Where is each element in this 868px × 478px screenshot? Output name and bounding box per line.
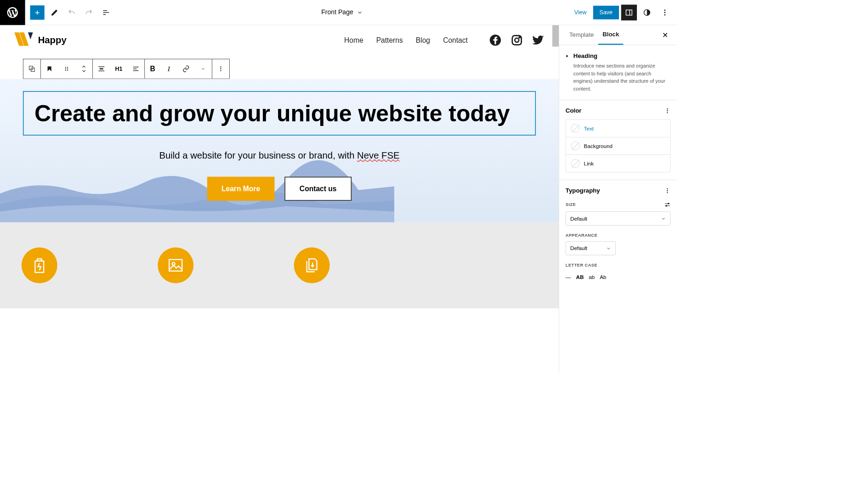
- svg-point-12: [519, 37, 520, 38]
- panel-options-icon[interactable]: [664, 108, 670, 114]
- svg-point-27: [220, 66, 221, 67]
- appearance-select[interactable]: Default: [566, 241, 616, 255]
- svg-rect-31: [37, 259, 41, 261]
- svg-rect-0: [103, 10, 107, 11]
- block-toolbar: H1 B I: [23, 59, 230, 79]
- svg-point-19: [65, 70, 66, 71]
- lettercase-upper[interactable]: AB: [576, 274, 584, 280]
- block-type-icon[interactable]: [41, 59, 58, 79]
- swatch-icon: [571, 159, 580, 168]
- wordpress-logo[interactable]: [0, 0, 25, 25]
- lettercase-lower[interactable]: ab: [589, 274, 595, 280]
- lettercase-cap[interactable]: Ab: [600, 274, 606, 280]
- svg-rect-25: [133, 68, 137, 69]
- link-button-icon[interactable]: [177, 59, 194, 79]
- svg-point-16: [67, 67, 68, 68]
- align-icon[interactable]: [93, 59, 110, 79]
- svg-rect-23: [98, 71, 104, 71]
- lettercase-label: LETTER CASE: [566, 262, 597, 267]
- contact-us-button[interactable]: Contact us: [284, 177, 352, 201]
- svg-point-29: [220, 70, 221, 71]
- swatch-icon: [571, 124, 580, 133]
- text-align-icon[interactable]: [127, 59, 144, 79]
- redo-icon[interactable]: [82, 5, 96, 19]
- settings-sliders-icon[interactable]: [664, 201, 670, 208]
- svg-point-11: [515, 38, 519, 42]
- instagram-icon[interactable]: [511, 34, 523, 46]
- svg-point-35: [667, 110, 668, 111]
- swatch-icon: [571, 142, 580, 150]
- svg-point-6: [664, 9, 665, 11]
- canvas: Happy Home Patterns Blog Contact: [0, 25, 559, 373]
- select-parent-icon[interactable]: [23, 59, 40, 79]
- svg-point-34: [667, 108, 668, 109]
- site-logo[interactable]: Happy: [14, 32, 66, 48]
- block-options-icon[interactable]: [212, 59, 229, 79]
- scrollbar[interactable]: [552, 25, 559, 47]
- svg-point-28: [220, 68, 221, 69]
- styles-button[interactable]: [639, 5, 655, 20]
- svg-point-18: [67, 68, 68, 69]
- toolbar-left: +: [25, 5, 119, 19]
- document-overview-icon[interactable]: [99, 5, 113, 19]
- svg-rect-22: [100, 68, 103, 69]
- color-link[interactable]: Link: [566, 155, 670, 172]
- sidebar: Template Block ✕ Heading Introduce new s…: [559, 25, 677, 373]
- twitter-icon[interactable]: [532, 34, 545, 46]
- color-background[interactable]: Background: [566, 137, 670, 155]
- size-select[interactable]: Default: [566, 211, 671, 225]
- lettercase-none[interactable]: —: [566, 274, 571, 280]
- page-title-dropdown[interactable]: Front Page: [118, 9, 566, 16]
- panel-options-icon[interactable]: [664, 188, 670, 194]
- facebook-icon[interactable]: [489, 34, 502, 46]
- block-title: Heading: [573, 52, 671, 60]
- learn-more-button[interactable]: Learn More: [207, 177, 274, 201]
- site-logo-mark-icon: [14, 32, 33, 48]
- topbar: + Front Page View Save: [0, 0, 677, 25]
- features-section: [0, 222, 559, 308]
- hero-sub-prefix: Build a website for your business or bra…: [159, 150, 357, 160]
- nav-patterns[interactable]: Patterns: [376, 36, 403, 44]
- view-link[interactable]: View: [570, 6, 591, 19]
- tab-block[interactable]: Block: [598, 25, 624, 45]
- undo-icon[interactable]: [64, 5, 79, 19]
- size-label: SIZE: [566, 202, 576, 207]
- toolbar-right: View Save: [566, 5, 677, 20]
- italic-button[interactable]: I: [160, 59, 177, 79]
- svg-point-42: [668, 203, 669, 204]
- options-icon[interactable]: [657, 5, 673, 20]
- save-button[interactable]: Save: [593, 6, 619, 19]
- tab-template[interactable]: Template: [565, 26, 598, 45]
- heading-level-button[interactable]: H1: [110, 59, 127, 79]
- typography-panel-title: Typography: [566, 187, 600, 194]
- sidebar-toggle-button[interactable]: [621, 5, 637, 20]
- drag-handle-icon[interactable]: [58, 59, 75, 79]
- svg-point-38: [667, 190, 668, 191]
- hero-subtext[interactable]: Build a website for your business or bra…: [14, 150, 545, 161]
- chevron-down-icon: [606, 246, 611, 251]
- chevron-down-icon: [661, 216, 666, 221]
- svg-point-20: [67, 70, 68, 71]
- svg-point-39: [667, 192, 668, 193]
- primary-nav: Home Patterns Blog Contact: [344, 36, 468, 44]
- hero-heading[interactable]: Create and grow your unique website toda…: [23, 91, 536, 136]
- add-block-button[interactable]: +: [30, 5, 45, 19]
- appearance-label: APPEARANCE: [566, 233, 597, 238]
- nav-contact[interactable]: Contact: [443, 36, 468, 44]
- color-text[interactable]: Text: [566, 120, 670, 137]
- social-links: [489, 34, 545, 46]
- color-list: Text Background Link: [566, 120, 671, 172]
- tools-icon[interactable]: [47, 5, 62, 19]
- nav-home[interactable]: Home: [344, 36, 363, 44]
- move-up-down-icon[interactable]: [75, 59, 92, 79]
- hero-section: Create and grow your unique website toda…: [0, 79, 559, 222]
- sidebar-tabs: Template Block ✕: [559, 25, 677, 46]
- close-sidebar-icon[interactable]: ✕: [659, 28, 671, 42]
- nav-blog[interactable]: Blog: [416, 36, 430, 44]
- more-rich-text-icon[interactable]: [194, 59, 211, 79]
- bold-button[interactable]: B: [145, 59, 160, 79]
- letter-case-toggle: — AB ab Ab: [566, 271, 671, 280]
- svg-rect-3: [626, 10, 632, 15]
- heading-block-icon: [566, 52, 568, 60]
- svg-point-36: [667, 112, 668, 113]
